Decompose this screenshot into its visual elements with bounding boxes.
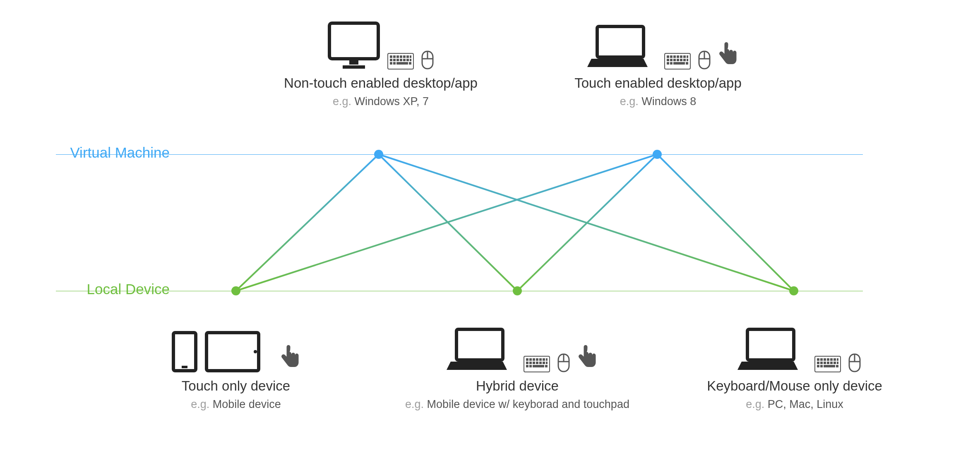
svg-rect-54 (526, 358, 528, 361)
laptop-icon (437, 327, 516, 372)
tablet-icon (205, 331, 260, 372)
svg-rect-90 (837, 362, 838, 364)
svg-rect-59 (543, 358, 545, 361)
touch-hand-icon (718, 40, 738, 70)
svg-rect-2 (343, 65, 365, 69)
keyboard-icon (814, 356, 841, 372)
svg-marker-25 (587, 59, 648, 67)
svg-rect-58 (539, 358, 542, 361)
svg-rect-19 (393, 62, 396, 65)
svg-rect-82 (833, 358, 836, 361)
svg-rect-24 (597, 26, 644, 57)
link-nontouch-to-touchonly (236, 154, 379, 291)
local-device-label: Local Device (0, 281, 170, 297)
svg-rect-66 (543, 362, 545, 364)
svg-rect-91 (817, 365, 819, 367)
node-vm-nontouch-icons (265, 20, 497, 70)
node-ld-hybrid-icons (381, 323, 654, 372)
svg-rect-9 (406, 55, 409, 58)
svg-rect-84 (817, 362, 819, 364)
svg-rect-34 (667, 59, 669, 61)
node-dot-ld-kmonly (789, 286, 798, 295)
svg-rect-37 (677, 59, 679, 61)
svg-rect-68 (526, 365, 528, 367)
mouse-icon (848, 353, 861, 372)
svg-rect-56 (533, 358, 535, 361)
svg-rect-6 (396, 55, 399, 58)
svg-marker-75 (737, 362, 798, 370)
svg-rect-17 (410, 59, 411, 61)
svg-rect-93 (824, 365, 835, 367)
link-touch-to-kmonly (657, 154, 794, 291)
svg-rect-71 (545, 365, 548, 367)
svg-rect-13 (396, 59, 399, 61)
node-ld-touchonly-icons (120, 323, 352, 372)
svg-rect-81 (830, 358, 833, 361)
mouse-icon (421, 50, 434, 70)
svg-rect-41 (667, 62, 669, 65)
keyboard-icon (664, 53, 691, 70)
node-dot-ld-touchonly (231, 286, 240, 295)
mouse-icon (557, 353, 570, 372)
svg-rect-85 (820, 362, 823, 364)
svg-rect-40 (687, 59, 688, 61)
node-vm-touch-title: Touch enabled desktop/app (542, 75, 774, 91)
svg-marker-52 (447, 362, 507, 370)
node-ld-hybrid: Hybrid device e.g. Mobile device w/ keyb… (381, 323, 654, 411)
svg-rect-64 (536, 362, 538, 364)
svg-rect-14 (400, 59, 402, 61)
svg-rect-80 (827, 358, 829, 361)
node-ld-hybrid-example: e.g. Mobile device w/ keyborad and touch… (381, 398, 654, 411)
monitor-icon (328, 22, 380, 70)
node-dot-vm-nontouch (374, 150, 383, 159)
svg-rect-43 (673, 62, 685, 65)
svg-rect-57 (536, 358, 538, 361)
svg-rect-63 (533, 362, 535, 364)
svg-rect-36 (673, 59, 676, 61)
svg-rect-94 (836, 365, 838, 367)
node-vm-touch: Touch enabled desktop/app e.g. Windows 8 (542, 20, 774, 108)
svg-rect-42 (670, 62, 673, 65)
node-ld-kmonly-example: e.g. PC, Mac, Linux (679, 398, 910, 411)
svg-rect-8 (403, 55, 406, 58)
svg-rect-1 (349, 60, 358, 65)
node-ld-kmonly-icons (679, 323, 910, 372)
mouse-icon (698, 50, 711, 70)
node-dot-ld-hybrid (513, 286, 522, 295)
link-nontouch-to-kmonly (379, 154, 794, 291)
link-touch-to-touchonly (236, 154, 657, 291)
svg-rect-79 (824, 358, 826, 361)
svg-rect-44 (686, 62, 688, 65)
svg-rect-18 (390, 62, 392, 65)
svg-rect-60 (546, 358, 548, 361)
svg-point-50 (254, 350, 257, 353)
phone-icon (172, 331, 197, 372)
svg-rect-47 (173, 333, 196, 371)
node-vm-nontouch: Non-touch enabled desktop/app e.g. Windo… (265, 20, 497, 108)
svg-rect-30 (677, 55, 679, 58)
virtual-machine-line (56, 154, 863, 155)
svg-rect-20 (396, 62, 408, 65)
node-vm-touch-icons (542, 20, 774, 70)
virtual-machine-label: Virtual Machine (0, 144, 170, 161)
svg-rect-31 (680, 55, 682, 58)
svg-rect-67 (546, 362, 548, 364)
node-ld-touchonly-example: e.g. Mobile device (120, 398, 352, 411)
svg-rect-87 (827, 362, 829, 364)
svg-rect-49 (207, 333, 259, 371)
svg-rect-83 (837, 358, 838, 361)
svg-rect-70 (533, 365, 544, 367)
node-vm-nontouch-title: Non-touch enabled desktop/app (265, 75, 497, 91)
laptop-icon (578, 24, 657, 70)
svg-rect-51 (456, 329, 503, 360)
svg-rect-78 (820, 358, 823, 361)
svg-rect-92 (820, 365, 823, 367)
svg-rect-10 (410, 55, 411, 58)
svg-rect-0 (329, 23, 378, 59)
svg-rect-74 (747, 329, 794, 360)
svg-rect-5 (393, 55, 396, 58)
vm-local-device-diagram: Virtual Machine Local Device (0, 0, 980, 458)
svg-rect-27 (667, 55, 669, 58)
svg-rect-33 (687, 55, 688, 58)
svg-rect-48 (182, 366, 187, 368)
